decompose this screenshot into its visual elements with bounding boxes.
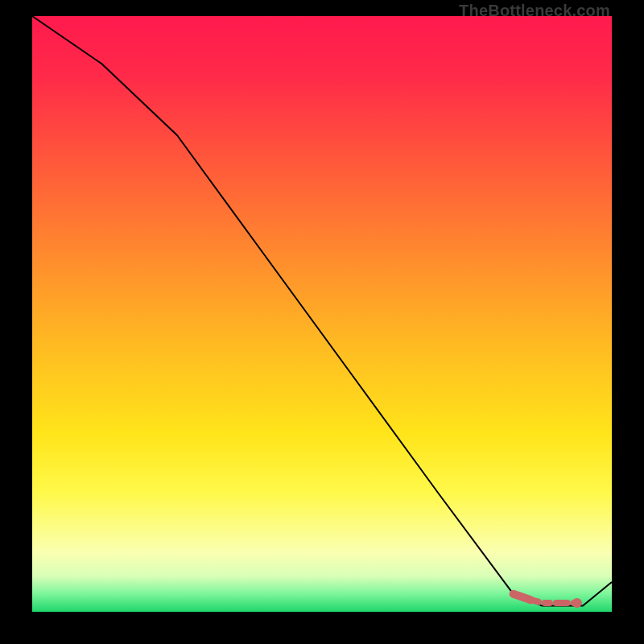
chart-svg bbox=[0, 0, 644, 644]
marker-dashed bbox=[530, 600, 577, 603]
chart-frame: TheBottleneck.com bbox=[0, 0, 644, 644]
curve-line bbox=[32, 16, 612, 606]
marker-end-dot bbox=[572, 598, 582, 608]
